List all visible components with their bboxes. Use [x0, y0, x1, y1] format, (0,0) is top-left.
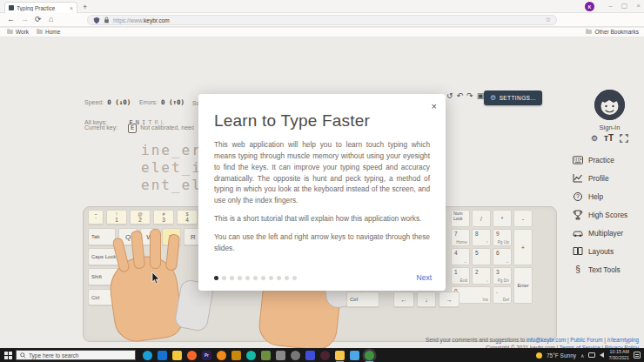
- taskbar-app-icon[interactable]: [305, 351, 315, 360]
- settings-button[interactable]: ⚙ SETTINGS...: [484, 90, 542, 105]
- help-icon: ?: [573, 191, 583, 202]
- taskbar-app-icon[interactable]: [246, 351, 256, 360]
- display-icon[interactable]: [588, 352, 595, 358]
- key-1: !1: [106, 210, 127, 225]
- sidebar-item-practice[interactable]: Practice: [573, 151, 627, 169]
- search-icon: [20, 352, 26, 359]
- current-key-row: Current key: E Not calibrated, need m: [84, 124, 194, 133]
- taskbar-app-icon[interactable]: [143, 351, 152, 360]
- book-icon: [573, 246, 583, 257]
- stat-errors: Errors: 0 (↑0): [139, 98, 184, 106]
- taskbar-app-icon[interactable]: [187, 351, 197, 360]
- modal-paragraph: This is a short tutorial that will expla…: [214, 213, 430, 225]
- taskbar-app-icon[interactable]: Pr: [202, 351, 211, 360]
- taskbar-app-icon[interactable]: [291, 351, 300, 360]
- taskbar-app-icon[interactable]: [158, 351, 167, 360]
- key-np-9: 9Pg Up: [493, 229, 512, 246]
- tab-close-icon[interactable]: ×: [70, 5, 73, 11]
- key-np-5: 5: [472, 248, 491, 265]
- new-tab-button[interactable]: +: [83, 3, 87, 11]
- taskbar-app-icon[interactable]: [320, 351, 330, 360]
- key-arrow-down: ↓: [417, 292, 436, 307]
- taskbar-app-icon[interactable]: [350, 351, 359, 360]
- close-icon[interactable]: ×: [432, 102, 437, 111]
- window-maximize-button[interactable]: ▢: [621, 1, 628, 11]
- popout-icon[interactable]: ▣: [477, 91, 485, 100]
- taskbar-app-icon[interactable]: [335, 351, 345, 360]
- slide-dot: [214, 276, 218, 280]
- action-center-icon[interactable]: [634, 352, 641, 359]
- key-np-divide: /: [472, 210, 491, 227]
- reload-button[interactable]: ⟳: [35, 15, 42, 24]
- other-bookmarks[interactable]: Other Bookmarks: [586, 29, 639, 35]
- taskbar-app-icon[interactable]: [172, 351, 182, 360]
- key-numlock: Num Lock: [451, 210, 470, 227]
- quick-icons: ⚙ тT: [567, 133, 644, 143]
- taskbar-app-icon[interactable]: [231, 351, 241, 360]
- text-size-icon[interactable]: тT: [604, 133, 614, 143]
- home-button[interactable]: ⌂: [49, 15, 53, 24]
- browser-tab[interactable]: Typing Practice ×: [4, 2, 77, 13]
- subreddit-link[interactable]: /r/learntyping: [607, 337, 639, 343]
- sidebar-item-profile[interactable]: Profile: [573, 169, 627, 187]
- taskbar-app-icon[interactable]: [217, 351, 226, 360]
- taskbar-app-icon[interactable]: [276, 351, 285, 360]
- url-text: https://www.keybr.com: [113, 17, 170, 23]
- key-np-3: 3Pg Dn: [493, 267, 512, 285]
- car-icon: [573, 228, 583, 238]
- keybr-page: Speed: 0 (↓0) Errors: 0 (↑0) Score: All …: [0, 37, 644, 348]
- undo-icon[interactable]: ↶: [457, 91, 464, 100]
- key-np-4: 4←: [451, 248, 470, 265]
- sidebar-item-text-tools[interactable]: § Text Tools: [573, 260, 627, 278]
- address-bar[interactable]: https://www.keybr.com ☆: [87, 15, 557, 25]
- key-backtick: ~`: [88, 210, 104, 225]
- slide-dot: [285, 276, 289, 280]
- taskbar-app-icon[interactable]: [365, 351, 374, 360]
- bookmark-star-icon[interactable]: ☆: [546, 17, 551, 23]
- signin-label[interactable]: Sign-In: [567, 124, 644, 131]
- back-button[interactable]: ←: [7, 15, 15, 24]
- fullscreen-icon[interactable]: [620, 134, 628, 143]
- sidebar-item-help[interactable]: ? Help: [573, 187, 627, 205]
- browser-profile-avatar[interactable]: K: [585, 2, 594, 11]
- folder-icon: [7, 30, 13, 34]
- tray-expand-icon[interactable]: ∧: [580, 352, 584, 359]
- key-np-1: 1End: [451, 267, 470, 285]
- lock-icon: [104, 17, 110, 23]
- start-button[interactable]: [0, 348, 16, 362]
- slide-dot: [269, 276, 273, 280]
- bookmark-home[interactable]: Home: [37, 29, 60, 35]
- window-close-button[interactable]: ×: [636, 1, 641, 11]
- taskbar-app-icon[interactable]: [261, 351, 271, 360]
- sidebar-item-layouts[interactable]: Layouts: [573, 242, 627, 260]
- reset-icon[interactable]: ↺: [446, 91, 453, 100]
- redo-icon[interactable]: ↷: [466, 91, 473, 100]
- slide-dot: [292, 276, 297, 280]
- key-np-2: 2↓: [472, 267, 491, 285]
- sidebar-item-high-scores[interactable]: High Scores: [573, 205, 627, 224]
- key-np-enter: Enter: [513, 267, 533, 304]
- gear-icon[interactable]: ⚙: [591, 134, 598, 143]
- slide-dot: [230, 276, 234, 280]
- bookmark-work[interactable]: Work: [7, 29, 29, 35]
- screen: Typing Practice × + K – ▢ × ← → ⟳ ⌂ http…: [0, 0, 644, 362]
- forum-link[interactable]: Public Forum: [570, 337, 602, 343]
- volume-icon[interactable]: [600, 352, 604, 358]
- sidebar-item-multiplayer[interactable]: Multiplayer: [573, 224, 627, 242]
- chart-icon: [573, 173, 583, 184]
- window-minimize-button[interactable]: –: [608, 1, 612, 11]
- browser-tab-strip: Typing Practice × + K – ▢ ×: [0, 0, 644, 13]
- system-tray: 75°F Sunny ∧ 10:15 AM 7/30/2021: [536, 349, 644, 360]
- forward-button[interactable]: →: [21, 15, 29, 24]
- avatar[interactable]: [594, 90, 625, 120]
- taskbar-pinned-icons: Pr: [143, 351, 374, 360]
- edit-toolbar: ↺ ↶ ↷ ▣: [446, 91, 484, 100]
- email-link[interactable]: info@keybr.com: [527, 337, 566, 343]
- slide-dot: [277, 276, 281, 280]
- tab-title: Typing Practice: [17, 5, 67, 11]
- next-button[interactable]: Next: [417, 273, 432, 282]
- folder-icon: [586, 30, 592, 34]
- clock[interactable]: 10:15 AM 7/30/2021: [608, 349, 629, 360]
- taskbar-search[interactable]: Type here to search: [16, 350, 136, 360]
- weather-text[interactable]: 75°F Sunny: [547, 352, 576, 359]
